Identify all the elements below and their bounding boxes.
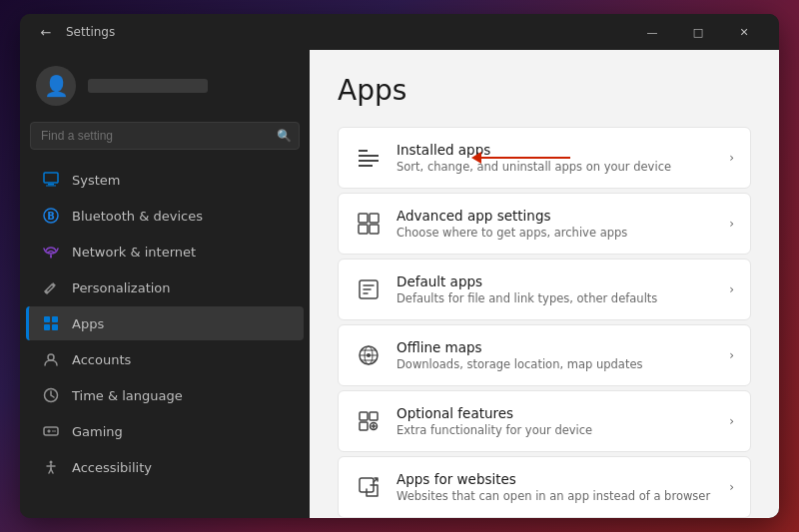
svg-rect-7 (44, 316, 50, 322)
advanced-app-settings-chevron: › (729, 217, 734, 231)
advanced-app-settings-text: Advanced app settings Choose where to ge… (397, 208, 715, 240)
search-box[interactable]: 🔍 (30, 122, 300, 150)
sidebar-item-gaming[interactable]: Gaming (26, 414, 304, 448)
svg-rect-8 (52, 316, 58, 322)
svg-rect-29 (360, 412, 368, 420)
default-apps-item[interactable]: Default apps Defaults for file and link … (338, 259, 751, 320)
svg-rect-19 (359, 160, 379, 162)
svg-point-16 (50, 461, 53, 464)
titlebar: ← Settings — □ ✕ (20, 14, 779, 50)
network-icon (42, 243, 60, 261)
sidebar-network-label: Network & internet (72, 245, 196, 260)
accessibility-icon (42, 458, 60, 476)
optional-features-desc: Extra functionality for your device (397, 423, 715, 437)
offline-maps-item[interactable]: Offline maps Downloads, storage location… (338, 324, 751, 386)
settings-list: Installed apps Sort, change, and uninsta… (338, 127, 751, 518)
svg-rect-23 (359, 225, 368, 234)
time-icon (42, 386, 60, 404)
accounts-icon (42, 350, 60, 368)
installed-apps-chevron: › (729, 151, 734, 165)
apps-for-websites-text: Apps for websites Websites that can open… (397, 471, 715, 503)
default-apps-desc: Defaults for file and link types, other … (397, 291, 715, 305)
offline-maps-desc: Downloads, storage location, map updates (397, 357, 715, 371)
avatar: 👤 (36, 66, 76, 106)
sidebar-item-network[interactable]: Network & internet (26, 235, 304, 268)
sidebar-item-system[interactable]: System (26, 163, 304, 197)
back-button[interactable]: ← (32, 18, 60, 46)
sidebar-item-time[interactable]: Time & language (26, 378, 304, 412)
apps-for-websites-desc: Websites that can open in an app instead… (397, 489, 715, 503)
svg-rect-22 (370, 214, 379, 223)
offline-maps-icon (355, 341, 383, 369)
sidebar-accounts-label: Accounts (72, 352, 131, 367)
svg-point-5 (50, 256, 52, 258)
sidebar-personalization-label: Personalization (72, 280, 171, 295)
svg-rect-21 (359, 214, 368, 223)
window-controls: — □ ✕ (629, 14, 767, 50)
default-apps-text: Default apps Defaults for file and link … (397, 273, 715, 305)
sidebar-item-apps[interactable]: Apps (26, 306, 304, 340)
installed-apps-icon (355, 144, 383, 172)
svg-rect-24 (370, 225, 379, 234)
search-icon: 🔍 (277, 129, 292, 143)
svg-text:B: B (47, 211, 55, 222)
svg-rect-0 (44, 173, 58, 183)
main-content: Apps Installed apps Sort, change, and un… (310, 50, 779, 518)
svg-rect-2 (46, 186, 56, 187)
sidebar-bluetooth-label: Bluetooth & devices (72, 209, 203, 224)
sidebar-accessibility-label: Accessibility (72, 460, 152, 475)
search-input[interactable] (30, 122, 300, 150)
sidebar: 👤 🔍 System B Bluetooth & devices (20, 50, 310, 518)
optional-features-chevron: › (729, 414, 734, 428)
sidebar-item-bluetooth[interactable]: B Bluetooth & devices (26, 199, 304, 233)
svg-rect-13 (44, 427, 58, 435)
optional-features-item[interactable]: Optional features Extra functionality fo… (338, 390, 751, 452)
gaming-icon (42, 422, 60, 440)
sidebar-system-label: System (72, 173, 120, 188)
offline-maps-title: Offline maps (397, 339, 715, 355)
advanced-app-settings-desc: Choose where to get apps, archive apps (397, 226, 715, 240)
username-bar (88, 79, 208, 93)
svg-rect-30 (370, 412, 378, 420)
minimize-button[interactable]: — (629, 14, 675, 50)
sidebar-time-label: Time & language (72, 388, 183, 403)
apps-for-websites-chevron: › (729, 480, 734, 494)
installed-apps-item[interactable]: Installed apps Sort, change, and uninsta… (338, 127, 751, 189)
apps-for-websites-title: Apps for websites (397, 471, 715, 487)
sidebar-item-personalization[interactable]: Personalization (26, 270, 304, 304)
svg-rect-17 (359, 150, 368, 152)
maximize-button[interactable]: □ (675, 14, 721, 50)
page-title: Apps (338, 74, 751, 107)
arrow-annotation (471, 152, 570, 164)
optional-features-icon (355, 407, 383, 435)
apps-for-websites-icon (355, 473, 383, 501)
apps-for-websites-item[interactable]: Apps for websites Websites that can open… (338, 456, 751, 518)
svg-point-28 (367, 353, 371, 357)
system-icon (42, 171, 60, 189)
sidebar-item-accessibility[interactable]: Accessibility (26, 450, 304, 484)
svg-rect-18 (359, 155, 379, 157)
offline-maps-text: Offline maps Downloads, storage location… (397, 339, 715, 371)
bluetooth-icon: B (42, 207, 60, 225)
svg-rect-20 (359, 165, 373, 167)
sidebar-gaming-label: Gaming (72, 424, 123, 439)
default-apps-icon (355, 275, 383, 303)
offline-maps-chevron: › (729, 348, 734, 362)
svg-point-11 (48, 354, 54, 360)
optional-features-title: Optional features (397, 405, 715, 421)
user-section: 👤 (20, 58, 310, 122)
sidebar-item-accounts[interactable]: Accounts (26, 342, 304, 376)
sidebar-apps-label: Apps (72, 316, 104, 331)
svg-point-15 (54, 430, 56, 432)
svg-rect-1 (48, 184, 54, 186)
svg-rect-31 (360, 422, 368, 430)
optional-features-text: Optional features Extra functionality fo… (397, 405, 715, 437)
advanced-app-settings-item[interactable]: Advanced app settings Choose where to ge… (338, 193, 751, 255)
default-apps-title: Default apps (397, 273, 715, 289)
settings-window: ← Settings — □ ✕ 👤 🔍 (20, 14, 779, 518)
personalization-icon (42, 278, 60, 296)
svg-point-14 (52, 430, 54, 432)
svg-rect-9 (44, 324, 50, 330)
advanced-app-settings-icon (355, 210, 383, 238)
close-button[interactable]: ✕ (721, 14, 767, 50)
